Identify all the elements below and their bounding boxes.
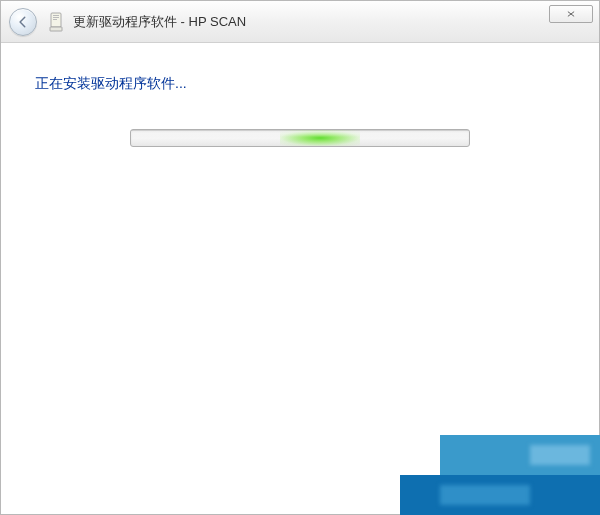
status-text: 正在安装驱动程序软件... <box>35 75 567 93</box>
window-title: 更新驱动程序软件 - HP SCAN <box>73 13 591 31</box>
dialog-window: 更新驱动程序软件 - HP SCAN 正在安装驱动程序软件... <box>0 0 600 515</box>
svg-rect-4 <box>50 27 62 31</box>
device-icon <box>47 11 65 33</box>
content-area: 正在安装驱动程序软件... <box>1 43 599 514</box>
svg-rect-2 <box>53 17 59 18</box>
svg-rect-3 <box>53 19 57 20</box>
close-icon <box>564 9 578 19</box>
titlebar: 更新驱动程序软件 - HP SCAN <box>1 1 599 43</box>
close-button[interactable] <box>549 5 593 23</box>
svg-rect-1 <box>53 15 59 16</box>
back-arrow-icon <box>16 15 30 29</box>
progress-bar <box>130 129 470 147</box>
back-button[interactable] <box>9 8 37 36</box>
